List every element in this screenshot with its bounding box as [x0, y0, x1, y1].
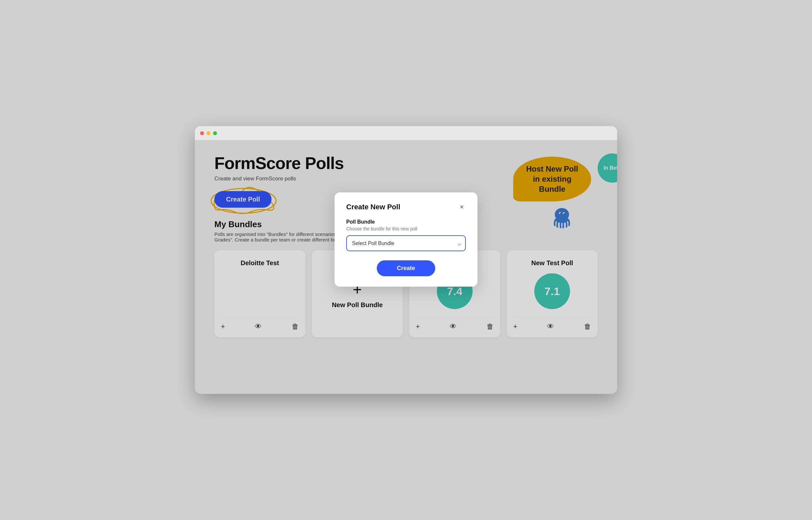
- browser-chrome: [195, 126, 617, 140]
- browser-window: FormScore Polls Create and view FormScor…: [195, 126, 617, 394]
- page-content: FormScore Polls Create and view FormScor…: [195, 140, 617, 394]
- browser-dot-red[interactable]: [200, 131, 204, 135]
- modal-create-button[interactable]: Create: [377, 260, 435, 276]
- modal-header: Create New Poll ×: [346, 203, 466, 211]
- modal-title: Create New Poll: [346, 203, 400, 211]
- modal-close-button[interactable]: ×: [458, 203, 466, 211]
- poll-bundle-select[interactable]: Select Poll Bundle Deloitte Test Demo Po…: [346, 235, 466, 251]
- modal-field-label: Poll Bundle: [346, 219, 466, 225]
- browser-dot-yellow[interactable]: [206, 131, 211, 135]
- modal-select-wrapper: Select Poll Bundle Deloitte Test Demo Po…: [346, 235, 466, 251]
- create-poll-modal: Create New Poll × Poll Bundle Choose the…: [335, 192, 477, 287]
- modal-overlay: Create New Poll × Poll Bundle Choose the…: [195, 140, 617, 394]
- browser-dot-green[interactable]: [213, 131, 217, 135]
- modal-field-hint: Choose the bundle for this new poll: [346, 226, 466, 231]
